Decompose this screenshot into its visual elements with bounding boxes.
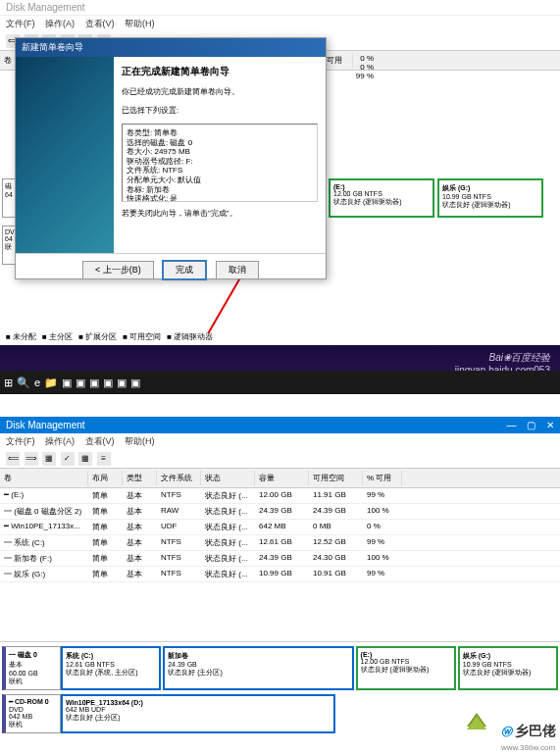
menu-action[interactable]: 操作(A) [45, 436, 75, 446]
app-icon[interactable]: ▣ [89, 377, 99, 389]
new-volume-wizard: 新建简单卷向导 正在完成新建简单卷向导 你已经成功完成新建简单卷向导。 已选择下… [15, 37, 327, 279]
tool-icon[interactable]: ✓ [61, 452, 75, 466]
part-g[interactable]: 娱乐 (G:)10.99 GB NTFS状态良好 (逻辑驱动器) [458, 646, 558, 690]
bottom-volumes-header: 卷 布局 类型 文件系统 状态 容量 可用空间 % 可用 [0, 469, 560, 488]
col-fs[interactable]: 文件系统 [157, 471, 201, 485]
wizard-footer: < 上一步(B) 完成 取消 [16, 253, 326, 286]
menu-bar: 文件(F) 操作(A) 查看(V) 帮助(H) [0, 16, 560, 32]
col-layout[interactable]: 布局 [88, 471, 123, 485]
col-cap[interactable]: 容量 [255, 471, 309, 485]
baidu-watermark: Bai❀百度经验 jingyan.baidu.com053 ^ ㊥ 中 ⊕ 20… [0, 345, 560, 394]
tool-icon[interactable]: ⟹ [25, 452, 38, 466]
volume-row[interactable]: ━ 新加卷 (F:)简单基本NTFS状态良好 (...24.39 GB24.30… [0, 551, 560, 567]
part-new[interactable]: 新加卷24.39 GB状态良好 (主分区) [163, 646, 353, 690]
col-volume[interactable]: 卷 [0, 471, 88, 485]
tool-icon[interactable]: ⟸ [6, 452, 20, 466]
back-button[interactable]: < 上一步(B) [82, 261, 154, 279]
footer-watermark: ⓦ 乡巴佬 www.386w.com [501, 723, 556, 752]
cdrom-label[interactable]: ━ CD-ROM 0 DVD 642 MB 联机 [2, 694, 61, 733]
part-e[interactable]: (E:)12.00 GB NTFS状态良好 (逻辑驱动器) [356, 646, 456, 690]
footer-arrow-icon [467, 713, 486, 727]
volume-row[interactable]: ━ 娱乐 (G:)简单基本NTFS状态良好 (...10.99 GB10.91 … [0, 567, 560, 582]
app-icon[interactable]: ▣ [62, 377, 72, 389]
menu-help[interactable]: 帮助(H) [125, 19, 155, 28]
app-icon[interactable]: ▣ [130, 377, 140, 389]
col-type[interactable]: 类型 [123, 471, 157, 485]
volume-row[interactable]: ━ 系统 (C:)简单基本NTFS状态良好 (...12.61 GB12.52 … [0, 535, 560, 551]
tool-icon[interactable]: ≡ [97, 452, 111, 466]
wizard-subtitle: 你已经成功完成新建简单卷向导。 [122, 86, 318, 97]
app-icon[interactable]: ▣ [76, 377, 85, 389]
partition-e[interactable]: (E:) 12.00 GB NTFS 状态良好 (逻辑驱动器) [329, 178, 434, 218]
menu-action[interactable]: 操作(A) [45, 19, 75, 28]
tool-icon[interactable]: ▦ [78, 452, 92, 466]
tool-icon[interactable]: ▦ [42, 452, 56, 466]
part-c[interactable]: 系统 (C:)12.61 GB NTFS状态良好 (系统, 主分区) [61, 646, 161, 690]
search-icon[interactable]: 🔍 [17, 377, 30, 389]
wizard-heading: 正在完成新建简单卷向导 [122, 65, 318, 78]
menu-view[interactable]: 查看(V) [85, 436, 115, 446]
maximize-icon[interactable]: ▢ [527, 420, 535, 430]
app-icon[interactable]: ▣ [117, 377, 127, 389]
disk-0-label[interactable]: ━ 磁盘 0 基本 60.00 GB 联机 [2, 646, 61, 690]
volume-row[interactable]: ━ Win10PE_17133x...简单基本UDF状态良好 (...642 M… [0, 520, 560, 535]
bottom-menu-bar: 文件(F) 操作(A) 查看(V) 帮助(H) [0, 433, 560, 450]
disk-0-row: ━ 磁盘 0 基本 60.00 GB 联机 系统 (C:)12.61 GB NT… [2, 646, 558, 690]
cdrom-part[interactable]: Win10PE_17133x64 (D:)642 MB UDF状态良好 (主分区… [61, 694, 335, 733]
volume-row[interactable]: ━ (磁盘 0 磁盘分区 2)简单基本RAW状态良好 (...24.39 GB2… [0, 504, 560, 520]
col-status[interactable]: 状态 [201, 471, 255, 485]
wizard-banner [16, 57, 114, 253]
folder-icon[interactable]: 📁 [44, 377, 58, 389]
menu-file[interactable]: 文件(F) [6, 19, 35, 28]
partition-g[interactable]: 娱乐 (G:) 10.99 GB NTFS 状态良好 (逻辑驱动器) [437, 178, 543, 218]
title-bar: Disk Management [0, 0, 560, 16]
wizard-hint: 若要关闭此向导，请单击"完成"。 [122, 208, 318, 219]
volume-row[interactable]: ━ (E:)简单基本NTFS状态良好 (...12.00 GB11.91 GB9… [0, 488, 560, 504]
wizard-settings-list[interactable]: 卷类型: 简单卷 选择的磁盘: 磁盘 0 卷大小: 24975 MB 驱动器号或… [122, 124, 318, 202]
taskbar: ⊞ 🔍 e 📁 ▣ ▣ ▣ ▣ ▣ ▣ [0, 371, 560, 394]
wizard-title: 新建简单卷向导 [16, 38, 326, 57]
bottom-title-bar: Disk Management — ▢ ✕ [0, 417, 560, 433]
menu-file[interactable]: 文件(F) [6, 436, 35, 446]
bottom-disk-management: Disk Management — ▢ ✕ 文件(F) 操作(A) 查看(V) … [0, 417, 560, 696]
start-icon[interactable]: ⊞ [4, 377, 13, 389]
close-icon[interactable]: ✕ [546, 420, 554, 430]
partition-row: (E:) 12.00 GB NTFS 状态良好 (逻辑驱动器) 娱乐 (G:) … [329, 178, 543, 218]
app-icon[interactable]: ▣ [103, 377, 113, 389]
pct-values: 0 %0 %99 % [356, 54, 374, 80]
col-pct[interactable]: % 可用 [363, 471, 402, 485]
cancel-button[interactable]: 取消 [216, 261, 259, 279]
minimize-icon[interactable]: — [506, 420, 516, 430]
edge-icon[interactable]: e [34, 377, 40, 388]
col-free[interactable]: 可用空间 [309, 471, 363, 485]
bottom-toolbar: ⟸ ⟹ ▦ ✓ ▦ ≡ [0, 450, 560, 469]
wizard-list-label: 已选择下列设置: [122, 105, 318, 116]
menu-view[interactable]: 查看(V) [85, 19, 115, 28]
finish-button[interactable]: 完成 [162, 260, 207, 280]
volumes-table: ━ (E:)简单基本NTFS状态良好 (...12.00 GB11.91 GB9… [0, 488, 560, 582]
menu-help[interactable]: 帮助(H) [125, 436, 155, 446]
